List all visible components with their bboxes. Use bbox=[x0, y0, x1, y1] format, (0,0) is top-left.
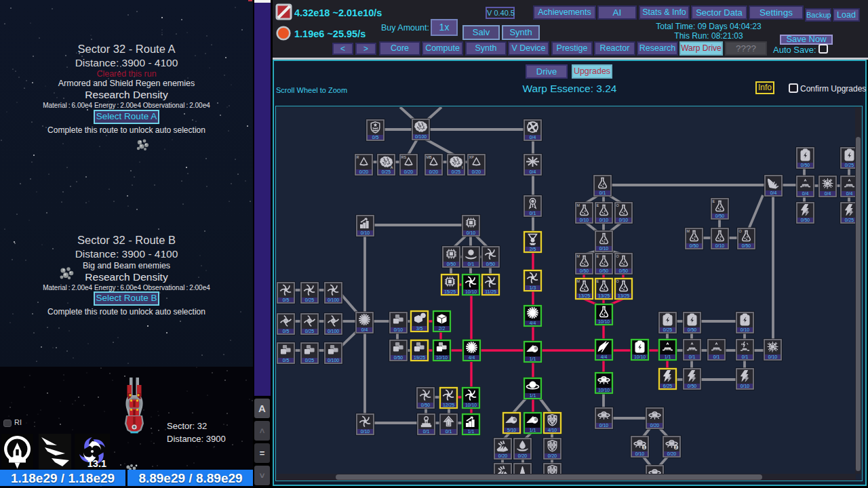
svg-text:0/4: 0/4 bbox=[846, 191, 853, 196]
svg-text:E: E bbox=[597, 203, 599, 207]
svg-text:0/4: 0/4 bbox=[825, 191, 831, 196]
svg-text:4/4: 4/4 bbox=[601, 354, 608, 359]
svg-text:1/1: 1/1 bbox=[468, 429, 475, 434]
svg-text:0/50: 0/50 bbox=[447, 262, 456, 266]
svg-text:0/50: 0/50 bbox=[394, 355, 403, 360]
svg-text:10/10: 10/10 bbox=[436, 355, 448, 360]
svg-text:0/25: 0/25 bbox=[305, 298, 315, 302]
svg-text:0/4: 0/4 bbox=[361, 327, 368, 332]
svg-text:0/50: 0/50 bbox=[742, 243, 751, 248]
svg-text:3/5: 3/5 bbox=[416, 326, 423, 331]
svg-text:E: E bbox=[597, 279, 599, 283]
svg-text:19/25: 19/25 bbox=[414, 355, 425, 360]
svg-text:0/50: 0/50 bbox=[421, 403, 431, 407]
svg-text:0/10: 0/10 bbox=[715, 243, 725, 248]
svg-text:0/10: 0/10 bbox=[599, 423, 609, 428]
svg-text:0/10: 0/10 bbox=[599, 246, 609, 251]
svg-text:0/20: 0/20 bbox=[404, 169, 414, 174]
svg-text:13/25: 13/25 bbox=[618, 293, 629, 298]
svg-text:M: M bbox=[577, 203, 580, 207]
svg-text:4/10: 4/10 bbox=[548, 428, 557, 432]
svg-text:0/50: 0/50 bbox=[801, 218, 810, 222]
svg-text:RS: RS bbox=[401, 155, 407, 159]
svg-text:0/20: 0/20 bbox=[498, 453, 508, 458]
svg-text:10/10: 10/10 bbox=[465, 403, 477, 407]
svg-text:0/1: 0/1 bbox=[689, 354, 696, 359]
svg-text:R: R bbox=[357, 155, 359, 159]
svg-text:0/1: 0/1 bbox=[599, 190, 606, 195]
svg-text:0/4: 0/4 bbox=[802, 191, 809, 196]
svg-text:0/100: 0/100 bbox=[328, 298, 339, 302]
svg-text:12/25: 12/25 bbox=[443, 403, 454, 407]
svg-text:0/4: 0/4 bbox=[530, 135, 536, 140]
svg-text:0/1: 0/1 bbox=[742, 354, 749, 359]
svg-text:0/1: 0/1 bbox=[423, 429, 430, 434]
svg-text:0/10: 0/10 bbox=[635, 451, 645, 456]
svg-text:1/1: 1/1 bbox=[665, 354, 671, 359]
svg-text:0/10: 0/10 bbox=[361, 230, 370, 235]
svg-text:4/4: 4/4 bbox=[469, 355, 475, 360]
svg-text:E: E bbox=[713, 199, 715, 203]
svg-text:1/1: 1/1 bbox=[530, 428, 536, 432]
svg-text:0/20: 0/20 bbox=[429, 169, 439, 174]
svg-text:0/50: 0/50 bbox=[801, 163, 810, 167]
svg-text:0/10: 0/10 bbox=[361, 429, 370, 434]
svg-text:0/5: 0/5 bbox=[283, 358, 290, 363]
svg-text:0/1: 0/1 bbox=[530, 211, 536, 216]
svg-text:0/50: 0/50 bbox=[580, 268, 589, 273]
svg-text:1: 1 bbox=[644, 445, 646, 449]
svg-text:0/50: 0/50 bbox=[599, 268, 609, 273]
svg-text:10/10: 10/10 bbox=[634, 354, 646, 359]
svg-text:0/10: 0/10 bbox=[580, 218, 589, 222]
svg-text:1/1: 1/1 bbox=[530, 393, 536, 398]
svg-text:0/4: 0/4 bbox=[770, 190, 777, 195]
svg-text:O: O bbox=[739, 229, 743, 233]
svg-text:0/50: 0/50 bbox=[690, 243, 699, 248]
svg-text:0/10: 0/10 bbox=[741, 327, 750, 332]
svg-text:2/2: 2/2 bbox=[439, 326, 446, 331]
svg-text:11/25: 11/25 bbox=[485, 289, 496, 294]
svg-text:0/100: 0/100 bbox=[328, 329, 339, 333]
svg-text:15/25: 15/25 bbox=[444, 289, 456, 294]
svg-text:M: M bbox=[687, 229, 690, 233]
svg-text:0/25: 0/25 bbox=[452, 169, 461, 174]
svg-text:MB: MB bbox=[427, 155, 433, 159]
svg-text:10/10: 10/10 bbox=[465, 289, 477, 294]
svg-text:A: A bbox=[391, 165, 393, 169]
svg-text:0/20: 0/20 bbox=[667, 451, 677, 456]
svg-text:0/25: 0/25 bbox=[663, 327, 673, 332]
svg-text:4/4: 4/4 bbox=[530, 321, 536, 325]
svg-text:0/25: 0/25 bbox=[845, 163, 854, 167]
svg-text:0/1: 0/1 bbox=[713, 354, 720, 359]
svg-text:0/50: 0/50 bbox=[715, 214, 725, 218]
svg-text:10/10: 10/10 bbox=[598, 319, 610, 324]
svg-text:0/5: 0/5 bbox=[283, 298, 290, 302]
svg-text:0/25: 0/25 bbox=[305, 358, 315, 363]
svg-text:0/5: 0/5 bbox=[283, 329, 290, 333]
svg-text:0/4: 0/4 bbox=[530, 169, 536, 174]
svg-text:0/20: 0/20 bbox=[472, 169, 481, 174]
svg-text:0/20: 0/20 bbox=[650, 423, 660, 428]
svg-text:0/100: 0/100 bbox=[328, 358, 339, 363]
svg-text:1/3: 1/3 bbox=[530, 285, 536, 290]
svg-text:O: O bbox=[616, 254, 620, 258]
svg-text:0/20: 0/20 bbox=[548, 453, 557, 458]
svg-text:13/25: 13/25 bbox=[578, 293, 590, 298]
svg-text:0/10: 0/10 bbox=[467, 230, 476, 235]
svg-text:1/1: 1/1 bbox=[530, 357, 536, 361]
svg-text:M: M bbox=[577, 279, 580, 283]
svg-text:0/20: 0/20 bbox=[518, 453, 528, 458]
svg-text:O: O bbox=[616, 279, 620, 283]
svg-text:0/10: 0/10 bbox=[741, 384, 750, 388]
svg-text:0/25: 0/25 bbox=[382, 169, 391, 174]
svg-text:0/1: 0/1 bbox=[468, 262, 475, 266]
svg-text:5/10: 5/10 bbox=[507, 428, 517, 432]
svg-text:0/10: 0/10 bbox=[768, 354, 778, 359]
svg-text:6/25: 6/25 bbox=[663, 384, 673, 388]
svg-text:0/25: 0/25 bbox=[845, 218, 854, 222]
svg-text:M: M bbox=[577, 254, 580, 258]
svg-text:0/50: 0/50 bbox=[486, 262, 496, 266]
svg-text:0/50: 0/50 bbox=[688, 384, 697, 388]
svg-text:0/10: 0/10 bbox=[619, 218, 629, 222]
svg-text:10/10: 10/10 bbox=[598, 388, 610, 392]
